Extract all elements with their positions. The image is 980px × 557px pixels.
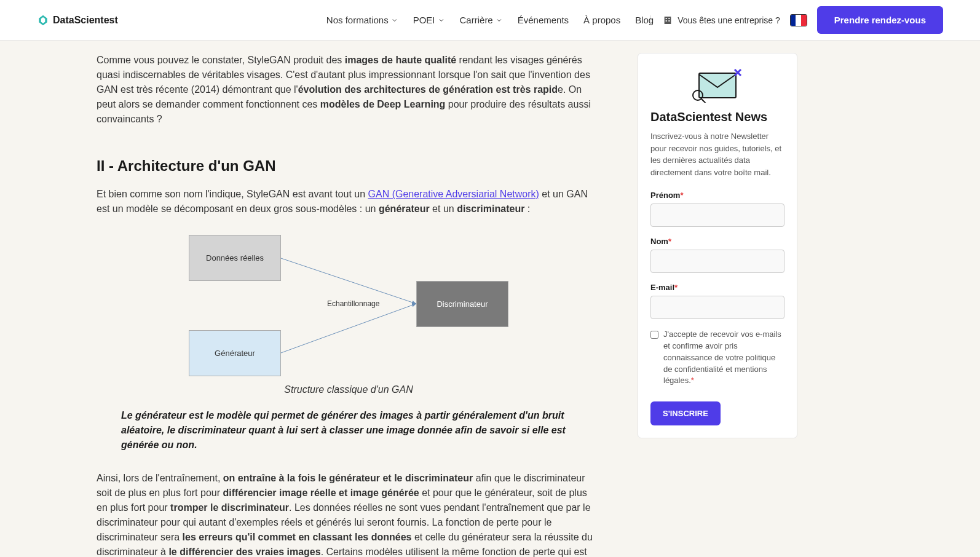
svg-rect-4 xyxy=(669,20,670,22)
consent-checkbox[interactable] xyxy=(650,331,658,339)
svg-line-9 xyxy=(701,99,706,103)
consent-label: J'accepte de recevoir vos e-mails et con… xyxy=(663,329,784,387)
svg-rect-7 xyxy=(699,73,736,98)
enterprise-link[interactable]: Vous êtes une entreprise ? xyxy=(650,15,780,25)
building-icon xyxy=(663,15,673,25)
diagram-box-generator: Générateur xyxy=(189,330,281,376)
diagram-box-discriminator: Discriminateur xyxy=(416,281,508,327)
article-content: Comme vous pouvez le constater, StyleGAN… xyxy=(97,53,601,557)
lastname-input[interactable] xyxy=(650,250,784,273)
chevron-down-icon xyxy=(391,17,398,24)
svg-rect-0 xyxy=(665,17,671,24)
lastname-group: Nom* xyxy=(650,237,784,273)
logo-icon xyxy=(37,14,49,26)
main-nav: Nos formations POEI Carrière Événements … xyxy=(326,15,654,25)
consent-group: J'accepte de recevoir vos e-mails et con… xyxy=(650,329,784,387)
newsletter-desc: Inscrivez-vous à notre Newsletter pour r… xyxy=(650,130,784,178)
language-selector[interactable] xyxy=(790,14,807,26)
firstname-input[interactable] xyxy=(650,203,784,227)
newsletter-title: DataScientest News xyxy=(650,110,784,124)
nav-blog[interactable]: Blog xyxy=(635,15,654,25)
nav-evenements[interactable]: Événements xyxy=(518,15,569,25)
subscribe-button[interactable]: S'INSCRIRE xyxy=(650,401,721,425)
firstname-label: Prénom* xyxy=(650,191,784,200)
diagram-caption: Structure classique d'un GAN xyxy=(97,382,601,397)
paragraph-2: Et bien comme son nom l'indique, StyleGA… xyxy=(97,187,601,216)
logo[interactable]: DataScientest xyxy=(37,14,118,26)
logo-text: DataScientest xyxy=(53,15,118,26)
section-heading: II - Architecture d'un GAN xyxy=(97,157,601,175)
chevron-down-icon xyxy=(496,17,503,24)
email-label: E-mail* xyxy=(650,283,784,292)
gan-diagram: Données réelles Générateur Discriminateu… xyxy=(189,235,508,376)
header-right: Vous êtes une entreprise ? Prendre rende… xyxy=(650,6,943,34)
chevron-down-icon xyxy=(438,17,445,24)
diagram-sampling-label: Echantillonnage xyxy=(327,299,379,308)
quote-block: Le générateur est le modèle qui permet d… xyxy=(97,408,601,452)
main-container: Comme vous pouvez le constater, StyleGAN… xyxy=(60,41,920,557)
lastname-label: Nom* xyxy=(650,237,784,246)
svg-line-5 xyxy=(281,258,416,304)
gan-link[interactable]: GAN (Generative Adversiarial Network) xyxy=(368,189,539,199)
svg-rect-2 xyxy=(669,18,670,19)
svg-rect-3 xyxy=(666,20,667,22)
svg-line-6 xyxy=(281,304,416,353)
nav-poei[interactable]: POEI xyxy=(413,15,445,25)
header: DataScientest Nos formations POEI Carriè… xyxy=(0,0,980,41)
newsletter-card: DataScientest News Inscrivez-vous à notr… xyxy=(638,53,797,438)
paragraph-3: Ainsi, lors de l'entraînement, on entraî… xyxy=(97,471,601,557)
email-group: E-mail* xyxy=(650,283,784,319)
email-input[interactable] xyxy=(650,296,784,319)
sidebar: DataScientest News Inscrivez-vous à notr… xyxy=(638,53,797,557)
firstname-group: Prénom* xyxy=(650,191,784,227)
svg-rect-1 xyxy=(666,18,667,19)
cta-button[interactable]: Prendre rendez-vous xyxy=(817,6,943,34)
nav-carriere[interactable]: Carrière xyxy=(460,15,503,25)
envelope-icon xyxy=(687,66,748,103)
nav-formations[interactable]: Nos formations xyxy=(326,15,398,25)
paragraph-1: Comme vous pouvez le constater, StyleGAN… xyxy=(97,53,601,127)
diagram-box-data: Données réelles xyxy=(189,235,281,281)
nav-apropos[interactable]: À propos xyxy=(583,15,620,25)
